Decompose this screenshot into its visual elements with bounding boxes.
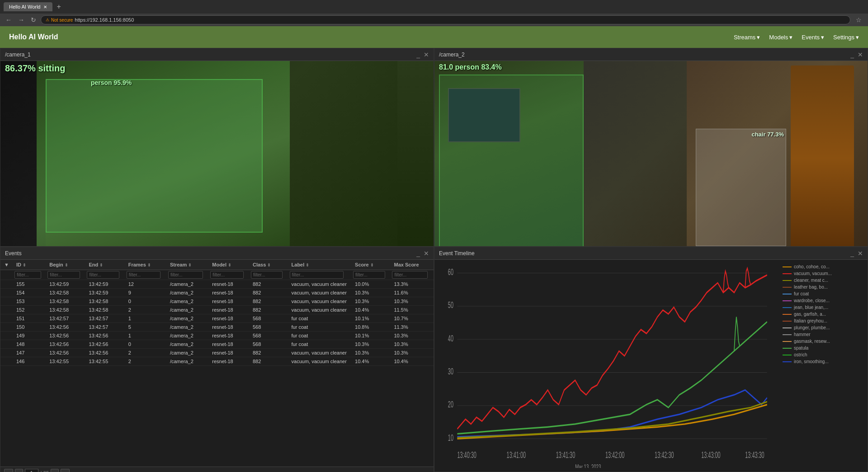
filter-label-input[interactable] [290,271,344,279]
table-row[interactable]: 146 13:42:55 13:42:55 2 /camera_2 resnet… [0,357,434,366]
chart-legend: coho, cohoe, co... vacuum, vacuum... cle… [783,263,864,468]
browser-nav: ← → ↻ ⚠ Not secure https://192.168.1.156… [0,14,868,26]
filter-model-cell [208,270,249,280]
row-selector [0,323,13,332]
filter-class-input[interactable] [251,271,283,279]
filter-frames-input[interactable] [127,271,161,279]
bookmark-icon[interactable]: ☆ [853,16,864,23]
reload-button[interactable]: ↻ [29,15,38,24]
camera1-minimize-btn[interactable]: _ [416,51,420,58]
tab-close-btn[interactable]: ✕ [43,5,47,9]
legend-item: cleaner, meat c... [783,277,864,284]
events-pagination: « ‹ / 25 › » [0,467,434,472]
legend-item: ostrich [783,351,864,358]
row-end: 13:42:55 [85,357,124,366]
legend-color-swatch [783,266,792,267]
legend-item-label: gasmask, resew... [794,339,830,344]
row-id: 150 [13,323,46,332]
page-first-btn[interactable]: « [4,469,13,472]
row-score: 10.4% [351,357,390,366]
col-maxscore[interactable]: Max Score [390,260,434,270]
nav-events[interactable]: Events ▾ [802,34,824,41]
legend-item: leather bag, bo... [783,284,864,290]
filter-end-input[interactable] [87,271,119,279]
row-selector [0,314,13,323]
filter-stream-input[interactable] [168,271,203,279]
camera2-minimize-btn[interactable]: _ [850,51,854,58]
events-minimize-btn[interactable]: _ [416,250,420,257]
camera1-close-btn[interactable]: ✕ [424,51,429,58]
page-next-btn[interactable]: › [51,469,59,472]
filter-label-cell [288,270,351,280]
page-last-btn[interactable]: » [61,469,70,472]
col-sort-icon[interactable]: ▼ [0,260,13,270]
table-row[interactable]: 150 13:42:56 13:42:57 5 /camera_2 resnet… [0,323,434,332]
table-row[interactable]: 154 13:42:58 13:42:59 9 /camera_2 resnet… [0,289,434,297]
legend-item-label: wardrobe, close... [794,298,830,303]
row-id: 152 [13,306,46,314]
camera2-chair-label: chair 77.3% [751,131,784,138]
back-button[interactable]: ← [4,15,14,24]
col-class[interactable]: Class ⇕ [249,260,288,270]
page-prev-btn[interactable]: ‹ [15,469,23,472]
row-selector [0,306,13,314]
timeline-minimize-btn[interactable]: _ [850,250,854,257]
row-frames: 2 [125,357,166,366]
url-bar[interactable]: ⚠ Not secure https://192.168.1.156:8050 [41,15,850,24]
table-row[interactable]: 148 13:42:56 13:42:56 0 /camera_2 resnet… [0,340,434,349]
filter-maxscore-input[interactable] [392,271,428,279]
legend-item: jean, blue jean,... [783,304,864,311]
page-total: 25 [43,470,49,472]
row-begin: 13:42:56 [46,349,85,357]
col-id[interactable]: ID ⇕ [13,260,46,270]
row-id: 146 [13,357,46,366]
camera1-video: 86.37% sitting person 95.9% [0,61,434,246]
table-row[interactable]: 149 13:42:56 13:42:56 1 /camera_2 resnet… [0,332,434,340]
table-row[interactable]: 151 13:42:57 13:42:57 1 /camera_2 resnet… [0,314,434,323]
row-selector [0,349,13,357]
filter-model-input[interactable] [210,271,244,279]
svg-text:13:43:00: 13:43:00 [701,450,721,460]
row-maxscore: 10.3% [390,340,434,349]
nav-models[interactable]: Models ▾ [769,34,793,41]
new-tab-btn[interactable]: + [54,3,64,11]
row-class: 882 [249,280,288,289]
col-model[interactable]: Model ⇕ [208,260,249,270]
table-row[interactable]: 155 13:42:59 13:42:59 12 /camera_2 resne… [0,280,434,289]
table-row[interactable]: 153 13:42:58 13:42:58 0 /camera_2 resnet… [0,297,434,306]
timeline-close-btn[interactable]: ✕ [858,250,863,257]
row-score: 10.1% [351,332,390,340]
table-row[interactable]: 152 13:42:58 13:42:58 2 /camera_2 resnet… [0,306,434,314]
events-close-btn[interactable]: ✕ [424,250,429,257]
camera2-close-btn[interactable]: ✕ [858,51,863,58]
legend-item: hammer [783,331,864,338]
cam2-chair-overlay [696,129,786,246]
legend-item: iron, smoothing... [783,358,864,365]
legend-color-swatch [783,361,792,362]
col-stream[interactable]: Stream ⇕ [166,260,208,270]
filter-begin-input[interactable] [47,271,80,279]
col-score[interactable]: Score ⇕ [351,260,390,270]
timeline-title-bar: Event Timeline _ ✕ [434,247,868,260]
nav-settings[interactable]: Settings ▾ [833,34,859,41]
events-filter-row [0,270,434,280]
col-label[interactable]: Label ⇕ [288,260,351,270]
filter-score-input[interactable] [353,271,385,279]
legend-item-label: plunger, plumbe... [794,325,830,330]
row-label: vacuum, vacuum cleaner [288,297,351,306]
cam1-right-bg [397,61,434,246]
events-dropdown-icon: ▾ [821,34,824,41]
forward-button[interactable]: → [16,15,26,24]
col-begin[interactable]: Begin ⇕ [46,260,85,270]
camera2-video: 81.0 person 83.4% chair 77.3% [434,61,868,246]
row-class: 882 [249,289,288,297]
active-tab[interactable]: Hello AI World ✕ [4,2,52,11]
col-end[interactable]: End ⇕ [85,260,124,270]
timeline-controls: _ ✕ [850,250,863,257]
legend-color-swatch [783,327,792,328]
col-frames[interactable]: Frames ⇕ [125,260,166,270]
filter-id-input[interactable] [14,271,41,279]
page-number-input[interactable] [25,469,38,472]
nav-streams[interactable]: Streams ▾ [734,34,760,41]
table-row[interactable]: 147 13:42:56 13:42:56 2 /camera_2 resnet… [0,349,434,357]
